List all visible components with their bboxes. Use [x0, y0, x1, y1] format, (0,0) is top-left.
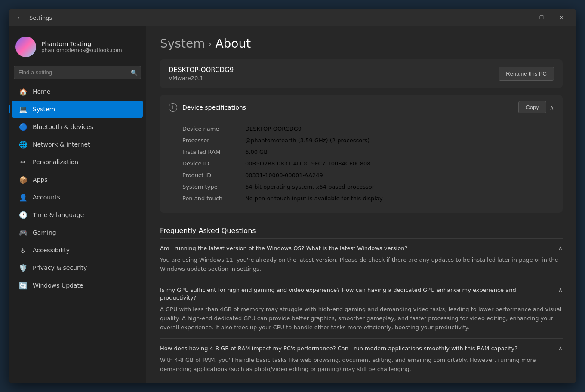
- nav-container: 🏠 Home 💻 System 🔵 Bluetooth & devices 🌐 …: [9, 83, 146, 294]
- spec-value: DESKTOP-OORCDG9: [245, 126, 302, 132]
- sidebar-item-privacy[interactable]: 🛡️ Privacy & security: [12, 259, 143, 276]
- privacy-icon: 🛡️: [19, 263, 28, 272]
- sidebar-item-bluetooth[interactable]: 🔵 Bluetooth & devices: [12, 118, 143, 135]
- faq-question: Am I running the latest version of the W…: [160, 245, 551, 252]
- sidebar-item-update[interactable]: 🔄 Windows Update: [12, 277, 143, 294]
- network-icon: 🌐: [19, 140, 28, 149]
- chevron-up-icon: ∧: [550, 104, 554, 111]
- personalization-icon: ✏️: [19, 158, 28, 166]
- spec-row: Device nameDESKTOP-OORCDG9: [182, 123, 554, 135]
- section-header-left: i Device specifications: [169, 103, 246, 112]
- sidebar-item-personalization[interactable]: ✏️ Personalization: [12, 153, 143, 171]
- pc-info: DESKTOP-OORCDG9 VMware20,1: [169, 66, 234, 81]
- device-specs-title: Device specifications: [182, 104, 246, 111]
- sidebar-item-label: Privacy & security: [33, 264, 87, 271]
- sidebar-item-label: Accounts: [33, 194, 60, 201]
- spec-row: Product ID00331-10000-00001-AA249: [182, 169, 554, 181]
- spec-value: 00B5D2B8-0831-4DDC-9FC7-10084CF0C808: [245, 160, 371, 167]
- spec-label: System type: [182, 184, 238, 190]
- sidebar-item-accessibility[interactable]: ♿ Accessibility: [12, 242, 143, 259]
- breadcrumb-current: About: [215, 37, 251, 51]
- related-links: Related links Domain or workgroupSystem …: [160, 380, 563, 383]
- avatar: [15, 37, 36, 57]
- sidebar-item-network[interactable]: 🌐 Network & internet: [12, 136, 143, 153]
- sidebar-item-label: Windows Update: [33, 282, 83, 289]
- user-name: Phantom Testing: [41, 40, 122, 47]
- faq-question: Is my GPU sufficient for high end gaming…: [160, 286, 551, 302]
- update-icon: 🔄: [19, 281, 28, 290]
- faq-section: Frequently Asked Questions Am I running …: [160, 220, 563, 380]
- apps-icon: 📦: [19, 175, 28, 184]
- faq-question: How does having 4-8 GB of RAM impact my …: [160, 345, 551, 352]
- sidebar-item-label: Gaming: [33, 229, 56, 236]
- sidebar-item-apps[interactable]: 📦 Apps: [12, 171, 143, 188]
- spec-value: No pen or touch input is available for t…: [245, 195, 383, 202]
- search-input[interactable]: [14, 66, 141, 79]
- faq-question-row[interactable]: How does having 4-8 GB of RAM impact my …: [160, 345, 563, 352]
- spec-row: Device ID00B5D2B8-0831-4DDC-9FC7-10084CF…: [182, 158, 554, 169]
- content-area: Phantom Testing phantomodemos@outlook.co…: [9, 26, 576, 383]
- user-info: Phantom Testing phantomodemos@outlook.co…: [41, 40, 122, 53]
- rename-pc-button[interactable]: Rename this PC: [499, 67, 554, 81]
- window-controls: — ❐ ✕: [512, 11, 571, 24]
- spec-row: System type64-bit operating system, x64-…: [182, 181, 554, 193]
- title-bar-left: ← Settings: [14, 12, 512, 24]
- gaming-icon: 🎮: [19, 228, 28, 237]
- section-actions: Copy ∧: [518, 101, 554, 113]
- back-button[interactable]: ←: [14, 12, 26, 24]
- sidebar-item-label: Time & language: [33, 211, 84, 218]
- spec-row: Processor@phantomofearth (3.59 GHz) (2 p…: [182, 135, 554, 146]
- sidebar-item-system[interactable]: 💻 System: [12, 101, 143, 118]
- spec-extra: (3.59 GHz) (2 processors): [298, 137, 370, 144]
- sidebar-item-label: System: [33, 106, 55, 113]
- sidebar-item-gaming[interactable]: 🎮 Gaming: [12, 224, 143, 241]
- sidebar-item-home[interactable]: 🏠 Home: [12, 83, 143, 100]
- pc-hostname: DESKTOP-OORCDG9: [169, 66, 234, 74]
- faq-item: Is my GPU sufficient for high end gaming…: [160, 280, 563, 338]
- spec-value: 6.00 GB: [245, 149, 268, 155]
- user-email: phantomodemos@outlook.com: [41, 47, 122, 53]
- sidebar-item-label: Apps: [33, 176, 48, 183]
- breadcrumb: System › About: [160, 37, 563, 51]
- sidebar-item-time[interactable]: 🕐 Time & language: [12, 206, 143, 224]
- sidebar-item-accounts[interactable]: 👤 Accounts: [12, 189, 143, 206]
- close-button[interactable]: ✕: [551, 11, 571, 24]
- minimize-button[interactable]: —: [512, 11, 532, 24]
- spec-label: Device ID: [182, 160, 238, 167]
- faq-chevron-icon: ∧: [558, 286, 563, 293]
- spec-label: Product ID: [182, 172, 238, 178]
- title-bar: ← Settings — ❐ ✕: [9, 9, 576, 26]
- faq-items: Am I running the latest version of the W…: [160, 238, 563, 380]
- breadcrumb-parent[interactable]: System: [160, 37, 205, 51]
- faq-answer: With 4-8 GB of RAM, you'll handle basic …: [160, 356, 563, 374]
- main-content: System › About DESKTOP-OORCDG9 VMware20,…: [146, 26, 576, 383]
- sidebar-item-label: Bluetooth & devices: [33, 123, 93, 130]
- faq-chevron-icon: ∧: [558, 345, 563, 352]
- faq-question-row[interactable]: Is my GPU sufficient for high end gaming…: [160, 286, 563, 302]
- time-icon: 🕐: [19, 211, 28, 219]
- spec-row: Installed RAM6.00 GB: [182, 146, 554, 158]
- search-box: 🔍: [14, 66, 141, 79]
- faq-answer: A GPU with less than 4GB of memory may s…: [160, 305, 563, 332]
- sidebar-item-label: Home: [33, 88, 50, 95]
- faq-item: How does having 4-8 GB of RAM impact my …: [160, 338, 563, 380]
- accounts-icon: 👤: [19, 193, 28, 202]
- faq-chevron-icon: ∧: [558, 245, 563, 251]
- copy-button[interactable]: Copy: [518, 101, 546, 113]
- user-section: Phantom Testing phantomodemos@outlook.co…: [9, 30, 146, 64]
- spec-table: Device nameDESKTOP-OORCDG9Processor@phan…: [160, 119, 563, 213]
- maximize-button[interactable]: ❐: [532, 11, 551, 24]
- faq-question-row[interactable]: Am I running the latest version of the W…: [160, 245, 563, 252]
- settings-window: ← Settings — ❐ ✕ Phantom Testing phantom…: [9, 9, 576, 383]
- spec-label: Processor: [182, 137, 238, 144]
- device-specs-header[interactable]: i Device specifications Copy ∧: [160, 95, 563, 119]
- breadcrumb-separator: ›: [208, 39, 212, 49]
- accessibility-icon: ♿: [19, 246, 28, 254]
- spec-label: Pen and touch: [182, 195, 238, 202]
- bluetooth-icon: 🔵: [19, 122, 28, 131]
- device-specs-section: i Device specifications Copy ∧ Device na…: [160, 95, 563, 213]
- spec-label: Installed RAM: [182, 149, 238, 155]
- sidebar-item-label: Personalization: [33, 159, 78, 165]
- pc-model: VMware20,1: [169, 75, 234, 81]
- sidebar: Phantom Testing phantomodemos@outlook.co…: [9, 26, 146, 383]
